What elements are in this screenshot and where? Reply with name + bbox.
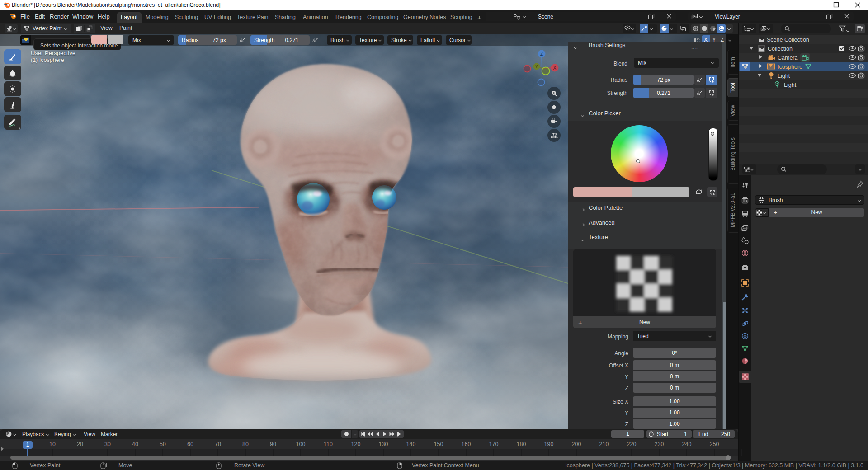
svg-text:Z: Z bbox=[540, 52, 543, 56]
svg-text:Y: Y bbox=[535, 64, 538, 69]
svg-text:X: X bbox=[553, 66, 557, 70]
